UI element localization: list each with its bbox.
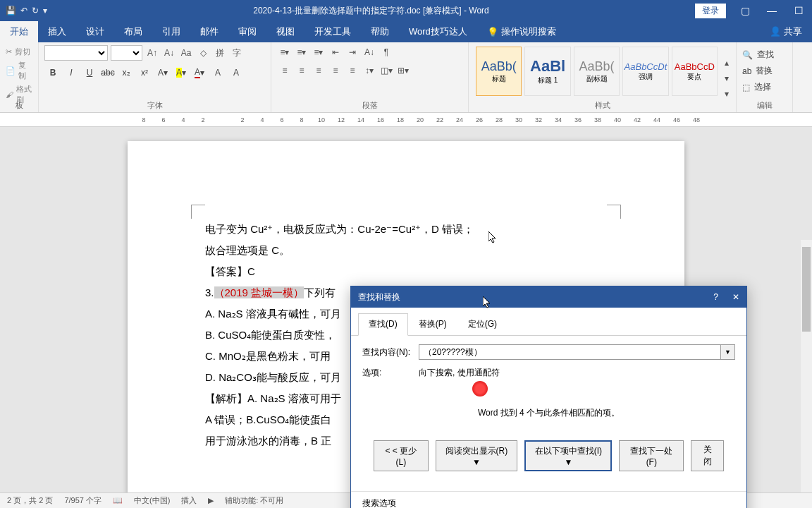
styles-down-icon[interactable]: ▾ [719,71,734,85]
doc-line[interactable]: 电子变为 Cu²⁺，电极反应式为：Cu-2e⁻=Cu²⁺，D 错误； [205,219,607,240]
cut-button[interactable]: ✂剪切 [6,45,32,59]
numbering-button[interactable]: ≡▾ [294,45,309,59]
minimize-icon[interactable]: — [758,0,785,21]
tell-me[interactable]: 💡操作说明搜索 [477,21,566,42]
show-marks-button[interactable]: ¶ [379,45,394,59]
select-button[interactable]: ⬚选择 [742,79,787,95]
bold-button[interactable]: B [44,65,61,80]
login-button[interactable]: 登录 [695,4,726,18]
grow-font-icon[interactable]: A↑ [145,46,159,60]
multilevel-button[interactable]: ≡▾ [311,45,326,59]
line-spacing-button[interactable]: ↕▾ [362,64,377,78]
tab-help[interactable]: 帮助 [361,21,399,42]
margin-mark [607,205,621,219]
align-left-button[interactable]: ≡ [277,64,293,78]
style-strong[interactable]: AaBbCcD要点 [672,47,718,96]
tab-review[interactable]: 审阅 [228,21,266,42]
replace-button[interactable]: ab替换 [742,63,787,79]
borders-button[interactable]: ⊞▾ [395,64,411,78]
undo-icon[interactable]: ↶ [20,6,27,16]
find-next-button[interactable]: 查找下一处(F) [619,440,684,471]
ribbon: ✂剪切 📄复制 🖌格式刷 板 A↑ A↓ Aa ◇ 拼 字 B I U abc … [0,42,812,113]
align-right-button[interactable]: ≡ [311,64,326,78]
tab-mailings[interactable]: 邮件 [190,21,228,42]
shading-button[interactable]: ◫▾ [379,64,394,78]
spell-icon[interactable]: 📖 [113,496,123,505]
shrink-font-icon[interactable]: A↓ [162,46,176,60]
find-button[interactable]: 🔍查找 [742,47,787,63]
phonetic-icon[interactable]: 拼 [213,46,227,60]
maximize-icon[interactable]: ☐ [785,0,812,21]
strike-button[interactable]: abc [99,65,116,80]
subscript-button[interactable]: x₂ [118,65,135,80]
redo-icon[interactable]: ↻ [32,6,39,16]
dialog-title: 查找和替换 [358,291,713,303]
align-center-button[interactable]: ≡ [294,64,309,78]
distributed-button[interactable]: ≡ [345,64,360,78]
styles-up-icon[interactable]: ▴ [719,56,734,70]
sort-button[interactable]: A↓ [362,45,377,59]
titlebar: 💾 ↶ ↻ ▾ 2020-4-13-批量删除选择题中的指定字符.doc [兼容模… [0,0,812,21]
group-label: 段落 [271,100,468,111]
doc-line[interactable]: 【答案】C [205,261,607,282]
styles-more-icon[interactable]: ▾ [719,87,734,101]
highlight-button[interactable]: A▾ [173,65,190,80]
page-count[interactable]: 2 页，共 2 页 [7,495,53,506]
clear-format-icon[interactable]: ◇ [196,46,210,60]
font-size-select[interactable] [111,45,142,61]
language[interactable]: 中文(中国) [134,495,170,506]
tab-layout[interactable]: 布局 [114,21,152,42]
char-shading-button[interactable]: A [228,65,245,80]
enclose-icon[interactable]: 字 [230,46,244,60]
tab-references[interactable]: 引用 [152,21,190,42]
find-in-button[interactable]: 在以下项中查找(I) ▼ [524,440,612,471]
doc-line[interactable]: 故合理选项是 C。 [205,240,607,261]
tab-developer[interactable]: 开发工具 [304,21,361,42]
change-case-icon[interactable]: Aa [179,46,193,60]
text-effects-button[interactable]: A▾ [154,65,171,80]
style-emphasis[interactable]: AaBbCcDt强调 [622,47,668,96]
tab-goto[interactable]: 定位(G) [457,313,508,335]
less-button[interactable]: < < 更少(L) [374,440,429,471]
vertical-scrollbar[interactable] [801,240,812,501]
tab-view[interactable]: 视图 [266,21,304,42]
tab-home[interactable]: 开始 [0,21,38,42]
justify-button[interactable]: ≡ [328,64,343,78]
tab-design[interactable]: 设计 [76,21,114,42]
style-title[interactable]: AaBb(标题 [476,47,522,96]
accessibility[interactable]: 辅助功能: 不可用 [225,495,283,506]
font-family-select[interactable] [44,45,108,61]
tab-find[interactable]: 查找(D) [358,313,408,336]
char-border-button[interactable]: A [209,65,226,80]
ribbon-display-icon[interactable]: ▢ [732,0,758,21]
save-icon[interactable]: 💾 [6,6,16,16]
close-icon[interactable]: ✕ [732,292,739,302]
help-icon[interactable]: ? [713,292,718,302]
word-count[interactable]: 7/957 个字 [64,495,102,506]
window-title: 2020-4-13-批量删除选择题中的指定字符.doc [兼容模式] - Wor… [47,5,695,17]
share-button[interactable]: 👤 共享 [760,21,812,42]
decrease-indent-button[interactable]: ⇤ [328,45,343,59]
macro-icon[interactable]: ▶ [208,496,214,505]
copy-button[interactable]: 📄复制 [6,59,32,83]
reading-highlight-button[interactable]: 阅读突出显示(R) ▼ [436,440,517,471]
tab-addin[interactable]: Word技巧达人 [399,21,477,42]
tab-insert[interactable]: 插入 [38,21,76,42]
increase-indent-button[interactable]: ⇥ [345,45,360,59]
font-color-button[interactable]: A▾ [191,65,208,80]
superscript-button[interactable]: x² [136,65,153,80]
ruler[interactable]: 8642246810121416182022242628303234363840… [0,113,812,127]
scrollbar-thumb[interactable] [802,247,811,332]
close-button[interactable]: 关闭 [691,440,724,471]
insert-mode[interactable]: 插入 [181,495,197,506]
dialog-titlebar[interactable]: 查找和替换 ? ✕ [351,286,746,308]
tab-replace[interactable]: 替换(P) [408,313,457,335]
style-subtitle[interactable]: AaBb(副标题 [574,47,620,96]
bullets-button[interactable]: ≡▾ [277,45,293,59]
underline-button[interactable]: U [81,65,98,80]
find-dropdown-icon[interactable]: ▼ [721,344,735,360]
cursor-icon [488,231,498,244]
style-heading1[interactable]: AaBl标题 1 [524,47,570,96]
italic-button[interactable]: I [63,65,80,80]
find-input[interactable] [419,344,721,360]
